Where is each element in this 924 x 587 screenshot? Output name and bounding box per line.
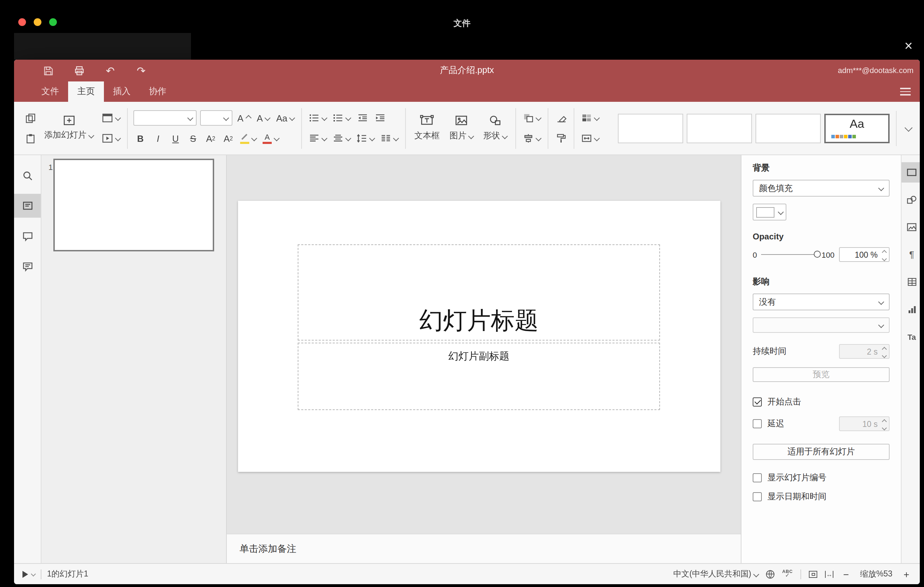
theme-option-blank-2[interactable] xyxy=(687,114,752,143)
slide-settings-button[interactable] xyxy=(901,162,920,183)
font-color-button[interactable]: A xyxy=(261,130,280,146)
print-icon[interactable] xyxy=(73,64,86,77)
language-select[interactable]: 中文(中华人民共和国) xyxy=(673,569,758,579)
chat-button[interactable] xyxy=(14,254,41,278)
slide-size-button[interactable] xyxy=(580,130,601,146)
scheme-group xyxy=(578,109,603,147)
menu-icon[interactable] xyxy=(900,88,911,97)
decrease-indent-button[interactable] xyxy=(356,110,370,126)
theme-gallery-expand-icon[interactable] xyxy=(903,122,911,134)
columns-button[interactable] xyxy=(380,130,400,146)
subscript-button[interactable]: A2 xyxy=(221,130,235,146)
theme-option-blank-3[interactable] xyxy=(756,114,821,143)
slide-canvas[interactable]: 幻灯片标题 幻灯片副标题 xyxy=(227,155,741,534)
title-placeholder[interactable]: 幻灯片标题 xyxy=(298,244,660,341)
document-language-icon[interactable] xyxy=(766,570,774,578)
tab-collaboration[interactable]: 协作 xyxy=(140,81,175,102)
redo-icon[interactable]: ↷ xyxy=(135,64,147,77)
delay-checkbox[interactable] xyxy=(753,419,762,428)
add-slide-button[interactable]: 添加幻灯片 xyxy=(39,106,98,150)
textart-settings-button[interactable]: Ta xyxy=(901,326,920,347)
bullets-button[interactable] xyxy=(308,110,328,126)
opacity-slider[interactable] xyxy=(761,254,817,255)
copy-button[interactable] xyxy=(23,110,37,126)
paragraph-settings-button[interactable]: ¶ xyxy=(901,244,920,265)
bold-button[interactable]: B xyxy=(134,130,147,146)
decrease-font-button[interactable]: A xyxy=(255,110,271,126)
spinner-down-icon[interactable] xyxy=(882,256,887,261)
fit-width-icon[interactable]: ↔ xyxy=(825,571,833,577)
zoom-level-label: 缩放%53 xyxy=(859,569,894,579)
tab-insert[interactable]: 插入 xyxy=(104,81,140,102)
apply-to-all-button[interactable]: 适用于所有幻灯片 xyxy=(753,444,889,460)
align-shape-button[interactable] xyxy=(522,130,543,146)
preview-button[interactable]: 预览 xyxy=(753,367,889,382)
editor-main: 1 幻灯片标题 幻灯片副标题 单击添加备注 背景 颜色填充 xyxy=(14,155,920,563)
show-slide-number-checkbox[interactable] xyxy=(753,473,762,482)
increase-font-button[interactable]: A xyxy=(236,110,252,126)
notes-input[interactable]: 单击添加备注 xyxy=(227,534,741,563)
chart-settings-button[interactable] xyxy=(901,299,920,320)
shape-settings-button[interactable] xyxy=(901,190,920,210)
table-settings-button[interactable] xyxy=(901,272,920,292)
duration-spinner[interactable]: 2 s xyxy=(839,344,889,359)
start-slideshow-button[interactable] xyxy=(101,130,122,146)
subtitle-placeholder[interactable]: 幻灯片副标题 xyxy=(298,343,660,410)
spellcheck-icon[interactable]: ABC ✓ xyxy=(782,569,793,579)
insert-shape-button[interactable]: 形状 xyxy=(478,106,512,150)
fit-slide-icon[interactable] xyxy=(809,571,817,577)
fill-type-select[interactable]: 颜色填充 xyxy=(753,180,889,196)
show-datetime-checkbox[interactable] xyxy=(753,492,762,501)
theme-option-blank-1[interactable] xyxy=(618,114,683,143)
start-on-click-checkbox[interactable] xyxy=(753,397,762,407)
presentation-editor-window: ↶ ↷ 产品介绍.pptx adm***@dootask.com 文件 主页 插… xyxy=(14,60,920,584)
paste-button[interactable] xyxy=(23,130,37,146)
highlight-color-button[interactable] xyxy=(239,130,258,146)
delay-spinner[interactable]: 10 s xyxy=(839,416,889,431)
slide-thumbnail-1[interactable] xyxy=(53,159,214,251)
slides-panel-button[interactable] xyxy=(14,194,41,218)
save-icon[interactable] xyxy=(42,64,55,77)
arrange-shape-button[interactable] xyxy=(522,110,543,126)
effect-type-select[interactable] xyxy=(753,317,889,333)
slide-surface[interactable]: 幻灯片标题 幻灯片副标题 xyxy=(238,201,720,472)
fill-color-select[interactable] xyxy=(753,204,786,221)
theme-option-selected[interactable]: Aa xyxy=(824,114,889,143)
spinner-up-icon[interactable] xyxy=(882,250,887,255)
superscript-digit: 2 xyxy=(212,135,215,142)
undo-icon[interactable]: ↶ xyxy=(104,64,117,77)
insert-image-button[interactable]: 图片 xyxy=(445,106,478,150)
copy-style-button[interactable] xyxy=(554,130,568,146)
start-preview-button[interactable] xyxy=(23,571,35,577)
opacity-spinner[interactable]: 100 % xyxy=(839,247,889,262)
horizontal-align-button[interactable] xyxy=(308,130,328,146)
effect-select[interactable]: 没有 xyxy=(753,294,889,310)
change-layout-button[interactable] xyxy=(101,110,122,126)
font-name-combo[interactable] xyxy=(134,110,196,126)
desktop: 文件 × ↶ ↷ 产品介绍.pptx adm***@dootas xyxy=(0,0,924,587)
tab-home[interactable]: 主页 xyxy=(68,81,104,102)
image-settings-button[interactable] xyxy=(901,217,920,237)
font-size-combo[interactable] xyxy=(200,110,233,126)
increase-indent-button[interactable] xyxy=(373,110,387,126)
comments-button[interactable] xyxy=(14,224,41,248)
strikeout-button[interactable]: S xyxy=(186,130,200,146)
line-spacing-button[interactable] xyxy=(356,130,376,146)
opacity-slider-knob[interactable] xyxy=(814,250,821,257)
vertical-align-button[interactable] xyxy=(332,130,352,146)
change-case-button[interactable]: Aa xyxy=(275,110,296,126)
zoom-out-button[interactable]: − xyxy=(841,569,851,580)
italic-button[interactable]: I xyxy=(151,130,165,146)
color-scheme-button[interactable] xyxy=(580,110,601,126)
superscript-button[interactable]: A2 xyxy=(204,130,218,146)
eraser-icon xyxy=(556,113,567,123)
font-color-icon: A xyxy=(262,133,272,143)
close-icon[interactable]: × xyxy=(899,39,918,53)
tab-file[interactable]: 文件 xyxy=(32,81,68,102)
search-button[interactable] xyxy=(14,163,41,188)
clear-style-button[interactable] xyxy=(554,110,568,126)
insert-textbox-button[interactable]: 文本框 xyxy=(410,106,445,150)
numbering-button[interactable] xyxy=(332,110,352,126)
zoom-in-button[interactable]: + xyxy=(901,569,911,580)
underline-button[interactable]: U xyxy=(168,130,183,146)
